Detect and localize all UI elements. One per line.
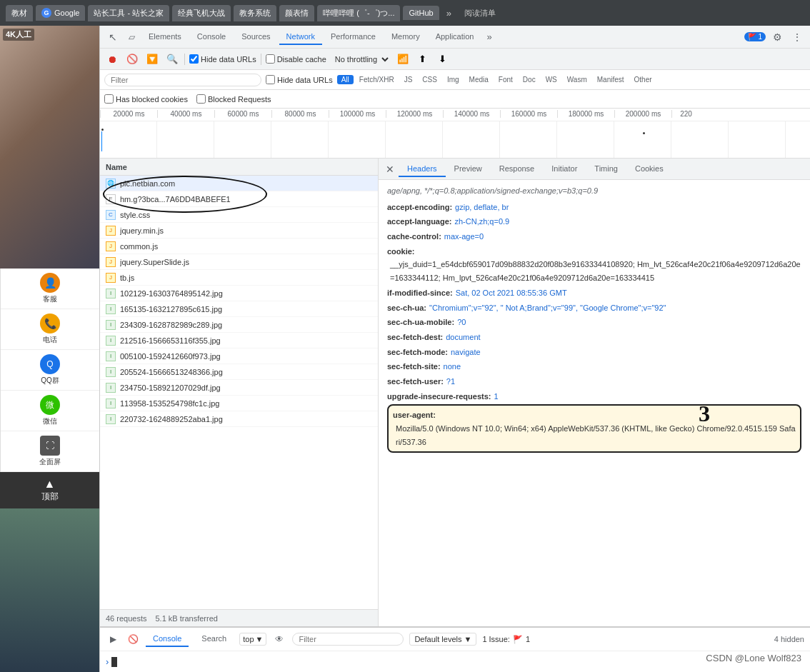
tab-network[interactable]: Network (279, 29, 322, 45)
file-item-3[interactable]: J jquery.min.js (100, 223, 378, 239)
more-btn[interactable]: ⋮ (789, 29, 806, 46)
upload-icon-btn[interactable]: ⬆ (415, 51, 431, 67)
filter-img-btn[interactable]: Img (443, 75, 464, 84)
hide-data-urls-label[interactable]: Hide data URLs (266, 75, 333, 84)
file-item-14[interactable]: I 113958-1535254798fc1c.jpg (100, 396, 378, 411)
file-item-0[interactable]: 🌐 pic.netbian.com (100, 176, 378, 191)
filter-doc-btn[interactable]: Doc (519, 75, 540, 84)
file-item-15[interactable]: I 220732-1624889252aba1.jpg (100, 411, 378, 427)
has-blocked-cookies-checkbox[interactable] (104, 94, 114, 104)
header-row-cookie: cookie: __yjs_duid=1_e54dcbf659017d09b88… (387, 245, 801, 285)
tab-item-3[interactable]: 经典飞机大战 (172, 5, 231, 21)
blocked-requests-label[interactable]: Blocked Requests (196, 94, 271, 104)
disable-cache-label[interactable]: Disable cache (266, 54, 326, 64)
tab-item-2[interactable]: 站长工具 - 站长之家 (88, 5, 169, 21)
disable-cache-checkbox[interactable] (266, 54, 275, 64)
file-item-5[interactable]: J jquery.SuperSlide.js (100, 254, 378, 270)
filter-all-btn[interactable]: All (337, 75, 354, 84)
issues-badge[interactable]: 🚩 1 (744, 32, 766, 41)
tab-item-7[interactable]: GitHub (403, 6, 439, 20)
icon-qq[interactable]: Q QQ群 (1, 350, 99, 391)
tab-elements[interactable]: Elements (141, 29, 189, 45)
icon-phone[interactable]: 📞 电话 (1, 309, 99, 350)
tab-sources[interactable]: Sources (234, 29, 277, 45)
detail-tab-headers[interactable]: Headers (399, 161, 446, 177)
file-item-12[interactable]: I 205524-15666513248366.jpg (100, 364, 378, 380)
icon-wechat[interactable]: 微 微信 (1, 391, 99, 431)
tab-item-6[interactable]: 哔哩哔哩 (゜-゜)つ... (317, 5, 400, 21)
detail-tab-preview[interactable]: Preview (446, 161, 491, 177)
tab-item-5[interactable]: 颜表情 (279, 5, 314, 21)
header-key-upgrade-insecure: upgrade-insecure-requests: (387, 390, 491, 403)
settings-btn[interactable]: ⚙ (769, 29, 786, 46)
filter-fetch-btn[interactable]: Fetch/XHR (355, 75, 399, 84)
filter-network-btn[interactable]: 🔽 (144, 51, 160, 67)
filter-input[interactable] (104, 74, 261, 86)
eye-icon-btn[interactable]: 👁 (272, 632, 286, 646)
wifi-icon-btn[interactable]: 📶 (395, 51, 411, 67)
filter-wasm-btn[interactable]: Wasm (563, 75, 591, 84)
file-item-2[interactable]: C style.css (100, 207, 378, 223)
header-key-sec-fetch-user: sec-fetch-user: (387, 375, 444, 388)
preserve-log-label[interactable]: Hide data URLs (189, 54, 256, 64)
tab-application[interactable]: Application (429, 29, 481, 45)
icon-fullscreen[interactable]: ⛶ 全面屏 (1, 431, 99, 472)
file-item-1[interactable]: F hm.g?3bca...7A6DD4BABEFE1 (100, 191, 378, 207)
tab-console[interactable]: Console (190, 29, 233, 45)
tab-memory[interactable]: Memory (384, 29, 427, 45)
file-item-4[interactable]: J common.js (100, 239, 378, 254)
search-network-btn[interactable]: 🔍 (164, 51, 180, 67)
tab-item-4[interactable]: 教务系统 (234, 5, 276, 21)
tab-performance[interactable]: Performance (324, 29, 383, 45)
blocked-requests-checkbox[interactable] (196, 94, 206, 104)
file-item-8[interactable]: I 165135-1632127895c615.jpg (100, 301, 378, 317)
header-val-accept-language: zh-CN,zh;q=0.9 (454, 215, 509, 229)
icon-kefu[interactable]: 👤 客服 (1, 269, 99, 309)
detail-tab-cookies[interactable]: Cookies (626, 161, 672, 177)
hide-data-urls-checkbox[interactable] (266, 75, 275, 84)
cursor-tool-btn[interactable]: ↖ (104, 29, 121, 46)
file-item-13[interactable]: I 234750-158921207029df.jpg (100, 380, 378, 396)
preserve-log-checkbox[interactable] (189, 54, 199, 64)
file-item-11[interactable]: I 005100-1592412660f973.jpg (100, 348, 378, 364)
site-sidebar: 4K人工 👤 客服 📞 电话 Q QQ群 微 微信 (0, 26, 100, 672)
device-toolbar-btn[interactable]: ▱ (123, 29, 140, 46)
tab-item-8[interactable]: 阅读清单 (459, 5, 501, 21)
top-button[interactable]: ▲ 顶部 (0, 472, 99, 508)
console-tab-search[interactable]: Search (194, 631, 234, 647)
clear-btn[interactable]: 🚫 (124, 51, 140, 67)
console-block-btn[interactable]: 🚫 (126, 632, 140, 646)
console-play-btn[interactable]: ▶ (106, 632, 120, 646)
file-item-7[interactable]: I 102129-16303764895142.jpg (100, 286, 378, 301)
more-tools-btn[interactable]: » (482, 30, 496, 44)
file-item-9[interactable]: I 234309-1628782989c289.jpg (100, 317, 378, 333)
top-selector[interactable]: top ▼ (239, 633, 266, 646)
header-row-sec-fetch-mode: sec-fetch-mode: navigate (387, 346, 801, 359)
tab-item-1[interactable]: G Google (36, 5, 85, 21)
more-tabs-btn[interactable]: » (442, 5, 456, 21)
filter-ws-btn[interactable]: WS (541, 75, 561, 84)
console-tab-active[interactable]: Console (146, 631, 189, 647)
filter-font-btn[interactable]: Font (494, 75, 517, 84)
detail-tab-response[interactable]: Response (491, 161, 544, 177)
detail-tab-initiator[interactable]: Initiator (543, 161, 586, 177)
file-item-10[interactable]: I 212516-1566653116f355.jpg (100, 333, 378, 348)
record-btn[interactable]: ⏺ (104, 51, 120, 67)
filter-css-btn[interactable]: CSS (418, 75, 441, 84)
file-item-6[interactable]: J tb.js (100, 270, 378, 286)
console-filter-input[interactable] (292, 633, 404, 646)
throttle-select[interactable]: No throttling Fast 3G Slow 3G (331, 54, 391, 64)
default-levels-selector[interactable]: Default levels ▼ (409, 633, 476, 646)
file-name-2: style.css (120, 211, 372, 219)
detail-close-btn[interactable]: ✕ (381, 164, 399, 175)
has-blocked-cookies-label[interactable]: Has blocked cookies (104, 94, 188, 104)
header-row-sec-fetch-user: sec-fetch-user: ?1 (387, 375, 801, 388)
filter-media-btn[interactable]: Media (465, 75, 493, 84)
filter-other-btn[interactable]: Other (630, 75, 656, 84)
download-icon-btn[interactable]: ⬇ (435, 51, 451, 67)
filter-js-btn[interactable]: JS (400, 75, 417, 84)
header-key-sec-fetch-site: sec-fetch-site: (387, 360, 441, 373)
tab-item-0[interactable]: 教材 (6, 5, 33, 21)
filter-manifest-btn[interactable]: Manifest (593, 75, 629, 84)
detail-tab-timing[interactable]: Timing (586, 161, 626, 177)
